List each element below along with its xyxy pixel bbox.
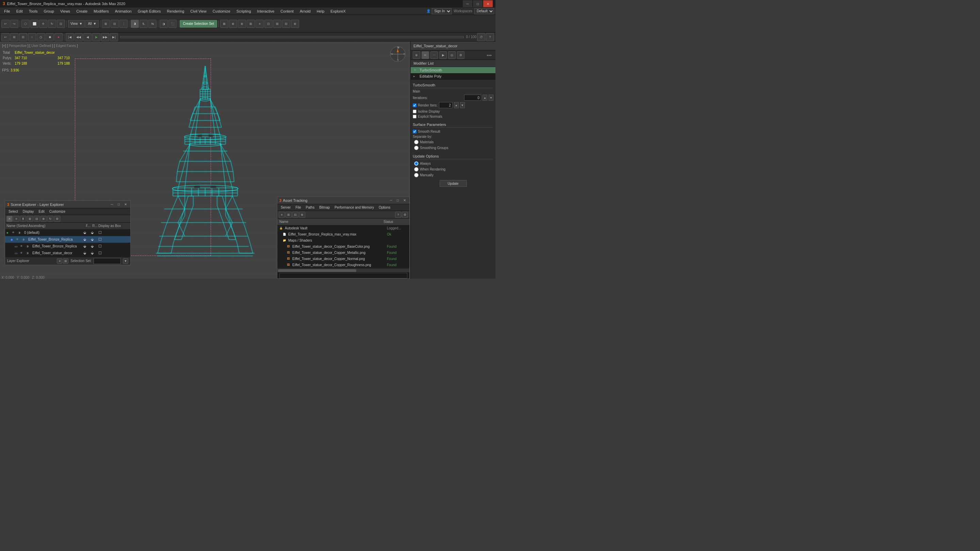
render-frame-button[interactable]: ⬛ xyxy=(169,20,177,28)
at-menu-file[interactable]: File xyxy=(293,205,303,210)
selection-set-input[interactable] xyxy=(94,258,121,264)
motion-tab[interactable]: ▶ xyxy=(439,51,447,59)
at-tb-1[interactable]: ≡ xyxy=(279,212,285,218)
menu-file[interactable]: File xyxy=(2,8,13,14)
tb2-3[interactable]: ⊟ xyxy=(19,33,27,41)
iterations-down[interactable]: ▼ xyxy=(488,95,493,101)
menu-customize[interactable]: Customize xyxy=(210,8,233,14)
menu-create[interactable]: Create xyxy=(73,8,90,14)
manually-radio[interactable] xyxy=(414,173,418,177)
at-row-roughness[interactable]: 🖼 Eiffel_Tower_statue_decor_Copper_Rough… xyxy=(277,262,409,268)
selection-set-dropdown[interactable]: ▼ xyxy=(123,258,128,264)
layer-btn-1[interactable]: ≡ xyxy=(57,258,62,264)
view-dropdown[interactable]: View ▼ xyxy=(68,20,85,27)
isoline-checkbox[interactable] xyxy=(413,110,417,113)
render-iters-checkbox[interactable] xyxy=(413,104,417,107)
minimize-button[interactable]: ─ xyxy=(463,0,472,7)
se-layer-btn[interactable]: ≡ xyxy=(13,216,19,222)
tb2-12[interactable]: ⏱ xyxy=(477,33,485,41)
tool-btn-6[interactable]: ⊡ xyxy=(264,20,272,28)
explicit-normals-checkbox[interactable] xyxy=(413,115,417,118)
tb2-anim[interactable]: ● xyxy=(54,33,63,41)
tool-btn-3[interactable]: ⊗ xyxy=(238,20,246,28)
tool-btn-9[interactable]: ⊕ xyxy=(291,20,299,28)
tb2-8[interactable]: ◀◀ xyxy=(75,33,83,41)
scene-row-replica-mesh[interactable]: ▭ 👁 ◑ Eiffel_Tower_Bronze_Replica ⬙ ⬙ ☐ xyxy=(5,243,130,250)
undo-button[interactable]: ↩ xyxy=(2,20,10,28)
always-radio[interactable] xyxy=(414,161,418,166)
tb2-5[interactable]: ◷ xyxy=(37,33,45,41)
at-row-maps-folder[interactable]: 📁 Maps / Shaders xyxy=(277,237,409,244)
menu-views[interactable]: Views xyxy=(57,8,73,14)
iterations-up[interactable]: ▲ xyxy=(482,95,487,101)
modify-tab[interactable]: ✏ xyxy=(422,51,429,59)
render-button[interactable]: ◑ xyxy=(159,20,168,28)
at-row-maxfile[interactable]: 📄 Eiffel_Tower_Bronze_Replica_max_vray.m… xyxy=(277,231,409,237)
at-tb-help[interactable]: ? xyxy=(395,212,401,218)
scene-row-statue-decor[interactable]: ▭ 👁 ◑ Eiffel_Tower_statue_decor ⬙ ⬙ ☐ xyxy=(5,250,130,256)
menu-group[interactable]: Group xyxy=(41,8,57,14)
tb2-4[interactable]: ○ xyxy=(28,33,36,41)
iterations-input[interactable] xyxy=(464,95,481,101)
at-menu-performance[interactable]: Performance and Memory xyxy=(332,205,376,210)
tb2-2[interactable]: ⊞ xyxy=(10,33,18,41)
at-menu-options[interactable]: Options xyxy=(377,205,392,210)
maximize-button[interactable]: □ xyxy=(473,0,482,7)
mirror-button[interactable]: ⊟ xyxy=(111,20,119,28)
tool-btn-4[interactable]: ⊞ xyxy=(247,20,255,28)
render-iters-down[interactable]: ▼ xyxy=(460,102,465,108)
at-menu-paths[interactable]: Paths xyxy=(304,205,317,210)
create-selection-set-button[interactable]: Create Selection Set xyxy=(180,20,217,27)
visibility-icon-1[interactable]: 👁 xyxy=(16,238,21,241)
menu-explorex[interactable]: ExploreX xyxy=(328,8,348,14)
tool-btn-2[interactable]: ⊕ xyxy=(229,20,237,28)
align-button[interactable]: ⊞ xyxy=(102,20,110,28)
menu-help[interactable]: Help xyxy=(314,8,327,14)
modifier-turbosmoooth[interactable]: 👁 TurboSmooth xyxy=(411,67,495,73)
array-button[interactable]: ⋮ xyxy=(119,20,127,28)
tb2-7[interactable]: |◀ xyxy=(66,33,74,41)
menu-edit[interactable]: Edit xyxy=(14,8,25,14)
at-row-normal[interactable]: 🖼 Eiffel_Tower_statue_decor_Copper_Norma… xyxy=(277,256,409,262)
when-rendering-radio[interactable] xyxy=(414,167,418,172)
menu-civil-view[interactable]: Civil View xyxy=(188,8,209,14)
close-button[interactable]: ✕ xyxy=(483,0,493,7)
at-menu-server[interactable]: Server xyxy=(279,205,293,210)
timeline-bar[interactable] xyxy=(120,36,464,38)
render-iters-input[interactable] xyxy=(439,102,453,108)
se-filter-btn[interactable]: ✕ xyxy=(6,216,13,222)
scale-button[interactable]: ⊡ xyxy=(57,20,65,28)
visibility-icon[interactable]: 👁 xyxy=(12,231,18,234)
se-view-btn[interactable]: ⊕ xyxy=(40,216,47,222)
tool-btn-1[interactable]: ⊠ xyxy=(220,20,228,28)
tb2-13[interactable]: ? xyxy=(486,33,494,41)
at-tb-settings[interactable]: ⚙ xyxy=(402,212,408,218)
se-maximize[interactable]: □ xyxy=(116,202,121,207)
tool-btn-5[interactable]: ≡ xyxy=(256,20,264,28)
menu-graph-editors[interactable]: Graph Editors xyxy=(135,8,164,14)
at-path-input[interactable] xyxy=(279,273,407,279)
at-menu-bitmap[interactable]: Bitmap xyxy=(317,205,332,210)
se-minimize[interactable]: ─ xyxy=(109,202,115,207)
layer-btn-2[interactable]: ⊞ xyxy=(63,258,68,264)
select-region-button[interactable]: ⬜ xyxy=(30,20,38,28)
scene-row-default-layer[interactable]: ■ 👁 ◑ 0 (default) ⬙ ⬙ ☐ xyxy=(5,229,130,236)
visibility-icon-3[interactable]: 👁 xyxy=(20,252,25,255)
menu-modifiers[interactable]: Modifiers xyxy=(91,8,111,14)
render-icon[interactable]: ◑ xyxy=(18,231,24,234)
at-tb-3[interactable]: ⊟ xyxy=(292,212,298,218)
at-row-vault[interactable]: 🔒 Autodesk Vault Logged... xyxy=(277,225,409,231)
tb2-6[interactable]: ⏺ xyxy=(46,33,54,41)
render-iters-up[interactable]: ▲ xyxy=(454,102,459,108)
se-refresh-btn[interactable]: ↻ xyxy=(47,216,53,222)
at-scrollbar[interactable] xyxy=(277,268,409,272)
at-minimize[interactable]: ─ xyxy=(388,198,394,203)
tb2-10[interactable]: ▶▶ xyxy=(101,33,109,41)
menu-tools[interactable]: Tools xyxy=(26,8,40,14)
tb2-9[interactable]: ◀ xyxy=(83,33,92,41)
menu-interactive[interactable]: Interactive xyxy=(255,8,277,14)
display-tab[interactable]: ◎ xyxy=(448,51,456,59)
render-icon-1[interactable]: ◑ xyxy=(22,238,27,241)
menu-scripting[interactable]: Scripting xyxy=(234,8,254,14)
workspace-dropdown[interactable]: Default xyxy=(474,8,494,14)
